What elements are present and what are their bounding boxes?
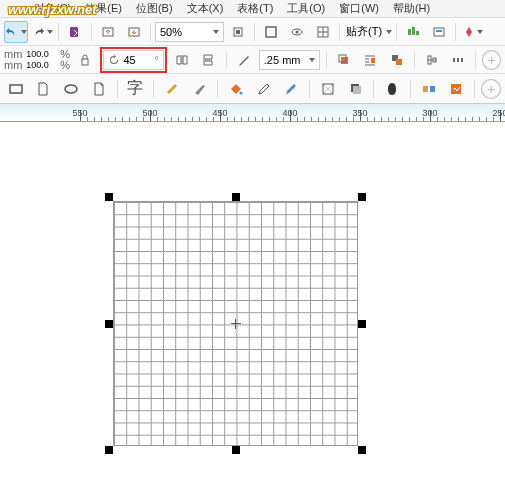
percent-labels: %%: [60, 49, 70, 71]
snap-label[interactable]: 贴齐(T): [344, 24, 384, 39]
rotate-highlighted: °: [100, 47, 166, 73]
bitmap-effects-tool[interactable]: [445, 78, 469, 100]
mirror-h-button[interactable]: [171, 49, 193, 71]
outline-width-combo[interactable]: [259, 50, 320, 70]
zoom-tool-button[interactable]: [226, 21, 250, 43]
menu-table[interactable]: 表格(T): [233, 1, 277, 16]
shape-tool[interactable]: [380, 78, 404, 100]
rotate-icon: [108, 54, 120, 66]
grid-button[interactable]: [311, 21, 335, 43]
horizontal-ruler: 550500450400350300250: [0, 104, 505, 122]
zoom-input[interactable]: [160, 24, 210, 40]
crop-tool[interactable]: [160, 78, 184, 100]
rotate-combo[interactable]: °: [103, 50, 163, 70]
selection-handle-br[interactable]: [358, 446, 366, 454]
svg-rect-13: [416, 31, 419, 35]
svg-rect-29: [461, 58, 463, 62]
transparency-tool[interactable]: [316, 78, 340, 100]
shadow-tool[interactable]: [344, 78, 368, 100]
selection-handle-tl[interactable]: [105, 193, 113, 201]
page-tool[interactable]: [87, 78, 111, 100]
align-button[interactable]: [421, 49, 443, 71]
redo-button[interactable]: [30, 21, 54, 43]
wrap-button[interactable]: [359, 49, 381, 71]
menu-tool[interactable]: 工具(O): [283, 1, 329, 16]
svg-rect-36: [423, 86, 428, 92]
options-button[interactable]: [401, 21, 425, 43]
add-button[interactable]: +: [482, 50, 501, 70]
menu-help[interactable]: 帮助(H): [389, 1, 434, 16]
chevron-down-icon[interactable]: [309, 58, 315, 62]
selection-handle-mr[interactable]: [358, 320, 366, 328]
add-tool-button[interactable]: +: [481, 79, 501, 99]
width-input[interactable]: [26, 49, 56, 60]
knife-tool[interactable]: [188, 78, 212, 100]
eyedropper-tool[interactable]: [252, 78, 276, 100]
svg-rect-35: [353, 86, 361, 94]
svg-rect-16: [82, 59, 88, 65]
menu-bitmap[interactable]: 位图(B): [132, 1, 177, 16]
undo-button[interactable]: [4, 21, 28, 43]
property-bar: mmmm %% ° +: [0, 46, 505, 74]
new-doc-button[interactable]: [32, 78, 56, 100]
rotate-input[interactable]: [123, 54, 151, 66]
selection-handle-bc[interactable]: [232, 446, 240, 454]
svg-rect-37: [430, 86, 435, 92]
svg-rect-28: [457, 58, 459, 62]
mirror-v-button[interactable]: [197, 49, 219, 71]
outline-pen-button[interactable]: [232, 49, 254, 71]
selection-handle-tc[interactable]: [232, 193, 240, 201]
svg-rect-5: [266, 27, 276, 37]
svg-rect-21: [371, 58, 375, 63]
main-toolbar: 贴齐(T): [0, 18, 505, 46]
unit-labels: mmmm: [4, 49, 22, 71]
selection-handle-bl[interactable]: [105, 446, 113, 454]
launch-button[interactable]: [460, 21, 484, 43]
ellipse-tool[interactable]: [59, 78, 83, 100]
chevron-down-icon[interactable]: [213, 30, 219, 34]
svg-rect-11: [408, 29, 411, 35]
svg-point-7: [296, 30, 299, 33]
height-input[interactable]: [26, 60, 56, 71]
center-mark-icon: [231, 319, 241, 329]
svg-rect-12: [412, 27, 415, 35]
order-button[interactable]: [385, 49, 407, 71]
degree-label: °: [154, 54, 158, 66]
color-eyedropper-tool[interactable]: [280, 78, 304, 100]
svg-rect-27: [453, 58, 455, 62]
effects-tool[interactable]: [417, 78, 441, 100]
app-button[interactable]: [427, 21, 451, 43]
svg-rect-23: [396, 59, 402, 65]
svg-rect-4: [236, 30, 240, 34]
fill-tool[interactable]: [224, 78, 248, 100]
distribute-button[interactable]: [447, 49, 469, 71]
search-button[interactable]: [63, 21, 87, 43]
zoom-combo[interactable]: [155, 22, 224, 42]
canvas-area[interactable]: [0, 122, 505, 500]
menu-window[interactable]: 窗口(W): [335, 1, 383, 16]
chevron-down-icon[interactable]: [386, 30, 392, 34]
selection-handle-tr[interactable]: [358, 193, 366, 201]
svg-point-32: [240, 91, 243, 94]
grid-object[interactable]: [113, 201, 358, 446]
export-button[interactable]: [122, 21, 146, 43]
svg-rect-30: [10, 85, 22, 93]
secondary-toolbar: 字 +: [0, 74, 505, 104]
watermark: www.rjzxw.net: [8, 2, 97, 17]
svg-point-31: [65, 85, 77, 93]
import-button[interactable]: [96, 21, 120, 43]
text-tool[interactable]: 字: [123, 78, 147, 100]
fullscreen-button[interactable]: [259, 21, 283, 43]
svg-rect-19: [341, 57, 348, 64]
menu-text[interactable]: 文本(X): [183, 1, 228, 16]
size-values: [26, 49, 56, 71]
rect-tool[interactable]: [4, 78, 28, 100]
lock-ratio-button[interactable]: [74, 49, 96, 71]
svg-rect-15: [436, 30, 442, 32]
outline-width-input[interactable]: [264, 52, 306, 68]
front-button[interactable]: [333, 49, 355, 71]
selection-handle-ml[interactable]: [105, 320, 113, 328]
preview-button[interactable]: [285, 21, 309, 43]
